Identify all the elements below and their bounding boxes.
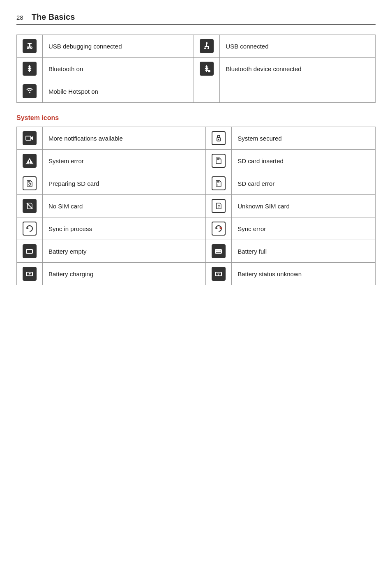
icon-cell-usb-debug — [17, 35, 43, 58]
page-number: 28 — [16, 14, 23, 21]
table-row: Battery charging ? Battery status unknow… — [17, 263, 376, 285]
svg-rect-6 — [206, 44, 207, 46]
svg-rect-23 — [29, 163, 30, 164]
svg-text:!: ! — [217, 183, 218, 186]
svg-point-14 — [208, 70, 210, 72]
sync-icon — [23, 222, 37, 236]
system-secured-label: System secured — [232, 127, 376, 150]
battery-empty-icon — [23, 244, 37, 258]
bluetooth-device-label: Bluetooth device connected — [220, 58, 376, 80]
svg-rect-45 — [216, 250, 221, 252]
battery-full-label: Battery full — [232, 240, 376, 263]
svg-point-30 — [29, 184, 30, 185]
preparing-sd-label: Preparing SD card — [43, 172, 206, 195]
svg-rect-44 — [221, 251, 222, 252]
usb-debug-label: USB debugging connected — [43, 35, 194, 58]
bluetooth-on-label: Bluetooth on — [43, 58, 194, 80]
more-notifications-icon — [23, 131, 37, 145]
table-row: Sync in process Sync error — [17, 217, 376, 240]
svg-rect-9 — [208, 46, 209, 48]
svg-text:?: ? — [218, 204, 220, 208]
system-icons-title: System icons — [16, 114, 376, 122]
usb-debug-icon — [23, 39, 37, 53]
no-sim-label: No SIM card — [43, 195, 206, 217]
table-row: Preparing SD card ! SD card error — [17, 172, 376, 195]
hotspot-icon — [23, 84, 37, 98]
sd-inserted-label: SD card inserted — [232, 150, 376, 172]
svg-rect-47 — [32, 273, 33, 275]
svg-rect-10 — [204, 48, 206, 49]
icon-cell-system-secured — [206, 127, 232, 150]
sd-error-label: SD card error — [232, 172, 376, 195]
bluetooth-on-icon — [23, 62, 37, 76]
icon-cell-hotspot — [17, 80, 43, 103]
icon-cell-no-sim — [17, 195, 43, 217]
connectivity-table: USB debugging connected USB connected — [16, 35, 376, 103]
empty-icon-cell — [194, 80, 220, 103]
battery-full-icon — [212, 244, 226, 258]
page-header: 28 The Basics — [16, 12, 376, 25]
battery-unknown-label: Battery status unknown — [232, 263, 376, 285]
icon-cell-system-error — [17, 150, 43, 172]
battery-charging-label: Battery charging — [43, 263, 206, 285]
icon-cell-bt-on — [17, 58, 43, 80]
table-row: No SIM card ? Unknown SIM card — [17, 195, 376, 217]
svg-rect-16 — [26, 136, 31, 140]
icon-cell-unknown-sim: ? — [206, 195, 232, 217]
svg-rect-0 — [28, 43, 32, 44]
svg-rect-8 — [205, 46, 205, 48]
icon-cell-more-notif — [17, 127, 43, 150]
icon-cell-preparing-sd — [17, 172, 43, 195]
icon-cell-sd-error: ! — [206, 172, 232, 195]
svg-point-3 — [30, 47, 32, 49]
svg-rect-42 — [32, 251, 33, 252]
sync-error-icon — [212, 222, 226, 236]
sync-label: Sync in process — [43, 217, 206, 240]
svg-rect-4 — [29, 47, 30, 49]
svg-rect-50 — [221, 273, 222, 275]
system-secured-icon — [212, 131, 226, 145]
icon-cell-battery-empty — [17, 240, 43, 263]
unknown-sim-icon: ? — [212, 199, 226, 213]
icon-cell-bt-dev — [194, 58, 220, 80]
battery-unknown-icon: ? — [212, 267, 226, 281]
svg-marker-37 — [27, 227, 29, 229]
system-error-label: System error — [43, 150, 206, 172]
table-row: USB debugging connected USB connected — [17, 35, 376, 58]
system-error-icon — [23, 154, 37, 168]
empty-label-cell — [220, 80, 376, 103]
system-icons-table: More notifications available System secu… — [16, 127, 376, 285]
svg-rect-22 — [29, 160, 30, 162]
no-sim-icon — [23, 199, 37, 213]
sd-card-inserted-icon — [212, 154, 226, 168]
page-title: The Basics — [32, 12, 75, 22]
icon-cell-battery-full — [206, 240, 232, 263]
usb-icon — [200, 39, 214, 53]
table-row: System error SD card inserted — [17, 150, 376, 172]
svg-rect-5 — [206, 42, 208, 44]
icon-cell-sd-inserted — [206, 150, 232, 172]
icon-cell-sync — [17, 217, 43, 240]
preparing-sd-icon — [23, 176, 37, 190]
icon-cell-sync-error — [206, 217, 232, 240]
svg-point-2 — [27, 47, 29, 49]
svg-point-15 — [29, 92, 30, 93]
sd-card-error-icon: ! — [212, 176, 226, 190]
table-row: More notifications available System secu… — [17, 127, 376, 150]
svg-point-19 — [218, 139, 219, 140]
icon-cell-battery-unknown: ? — [206, 263, 232, 285]
battery-empty-label: Battery empty — [43, 240, 206, 263]
svg-rect-41 — [26, 250, 32, 253]
battery-charging-icon — [23, 267, 37, 281]
table-row: Bluetooth on Bluetooth device connected — [17, 58, 376, 80]
more-notifications-label: More notifications available — [43, 127, 206, 150]
svg-marker-38 — [216, 227, 218, 229]
icon-cell-usb — [194, 35, 220, 58]
svg-rect-11 — [208, 48, 209, 49]
svg-text:?: ? — [217, 272, 220, 276]
table-row: Battery empty Battery full — [17, 240, 376, 263]
usb-label: USB connected — [220, 35, 376, 58]
unknown-sim-label: Unknown SIM card — [232, 195, 376, 217]
svg-marker-48 — [28, 273, 31, 275]
sync-error-label: Sync error — [232, 217, 376, 240]
